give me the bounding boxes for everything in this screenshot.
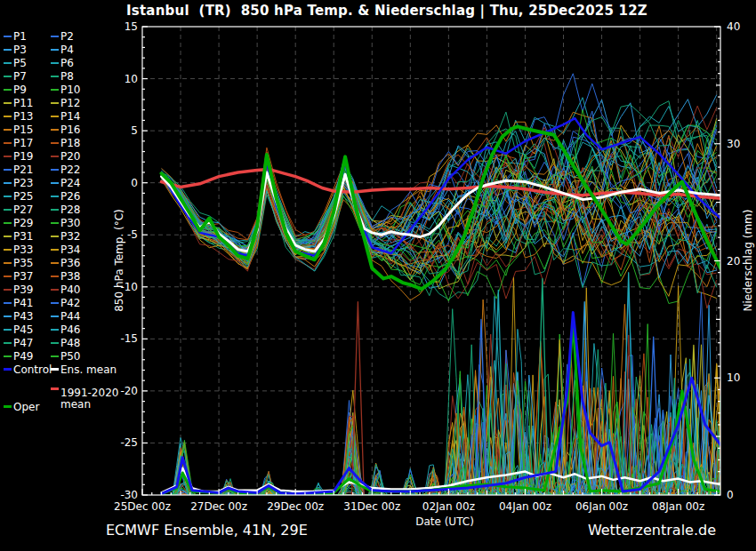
svg-text:-25: -25 [120, 436, 138, 449]
legend-item: P45 [4, 323, 34, 335]
legend-item-label: P40 [60, 283, 81, 296]
svg-text:15: 15 [125, 20, 138, 33]
legend-swatch-line [4, 89, 12, 91]
legend-swatch-line [51, 142, 59, 144]
legend-item: P11 [4, 97, 34, 108]
legend-swatch-line [4, 329, 12, 331]
legend-item-label: P19 [13, 150, 34, 163]
legend-item-label: P50 [60, 350, 81, 363]
legend-item: P30 [51, 217, 81, 228]
legend-item-label: P20 [60, 150, 81, 163]
legend-item: P7 [4, 70, 27, 82]
legend-swatch-line [51, 236, 59, 237]
y-axis-title-temp: 850 hPa Temp. (°C) [113, 209, 125, 312]
legend-item: P40 [51, 283, 81, 295]
legend-item: P13 [4, 110, 34, 122]
legend-item-label: P27 [13, 204, 34, 216]
legend-item: P29 [4, 217, 34, 228]
legend-item: P35 [4, 257, 34, 268]
legend-item: P20 [51, 150, 81, 162]
legend-item: P33 [4, 244, 34, 255]
legend-item-label: P33 [13, 244, 34, 256]
legend-swatch-line [51, 102, 59, 104]
legend-item-label: P6 [60, 57, 74, 69]
legend-item-label: P5 [13, 57, 27, 69]
weather-chart-page: Istanbul (TR) 850 hPa Temp. & Niederschl… [0, 0, 756, 551]
legend-item: P21 [4, 164, 34, 175]
legend-item-label: 1991-2020mean [60, 387, 118, 411]
legend-swatch-line [4, 315, 12, 317]
legend-swatch-line [4, 342, 12, 344]
legend-item-label: P9 [13, 84, 27, 96]
legend-item: P6 [51, 57, 74, 68]
legend-item-label: P30 [60, 217, 81, 229]
svg-text:20: 20 [727, 255, 740, 268]
legend-item: P4 [51, 44, 74, 55]
legend-swatch-line [51, 36, 59, 37]
legend-item-label: P42 [60, 297, 81, 309]
legend-swatch-line [51, 355, 59, 357]
legend-item-label: P24 [60, 177, 81, 189]
legend-item: P27 [4, 204, 34, 215]
legend-swatch-line [51, 62, 59, 64]
legend-swatch-line [4, 169, 12, 171]
legend-item: P28 [51, 204, 81, 215]
svg-text:02Jan 00z: 02Jan 00z [422, 500, 475, 513]
legend-item-label: P48 [60, 337, 81, 349]
legend-swatch-line [4, 156, 12, 157]
legend-swatch-line [4, 116, 12, 117]
legend-item: P25 [4, 190, 34, 202]
legend-swatch-line [4, 102, 12, 104]
legend-item: P5 [4, 57, 27, 68]
legend-item: P47 [4, 337, 34, 348]
legend-item-label: P18 [60, 137, 81, 149]
svg-text:31Dec 00z: 31Dec 00z [343, 500, 400, 513]
legend-swatch-line [4, 276, 12, 277]
legend-item: P31 [4, 230, 34, 242]
svg-text:0: 0 [727, 489, 734, 501]
legend-item-label: P12 [60, 97, 81, 109]
legend-item-label: P2 [60, 30, 74, 43]
legend-swatch-line [51, 169, 59, 171]
svg-text:-20: -20 [120, 385, 138, 397]
legend-item: P10 [51, 84, 81, 95]
legend-item: P37 [4, 270, 34, 282]
legend-item: P16 [51, 124, 81, 135]
legend-item: P2 [51, 30, 74, 42]
legend-item: P19 [4, 150, 34, 162]
legend-swatch-line [51, 276, 59, 277]
legend-item-label: P39 [13, 283, 34, 296]
legend-swatch-line [4, 209, 12, 211]
legend-item-label: P36 [60, 257, 81, 269]
legend-item-label: P25 [13, 190, 34, 203]
legend-swatch-line [51, 156, 59, 157]
svg-text:08Jan 00z: 08Jan 00z [652, 500, 704, 513]
legend-item-label: P46 [60, 323, 81, 336]
legend-item: Oper [4, 401, 39, 412]
legend-swatch-line [4, 236, 12, 237]
legend-item: P26 [51, 190, 81, 202]
svg-text:40: 40 [727, 20, 740, 33]
legend-swatch-line [4, 36, 12, 37]
legend-swatch-line [4, 249, 12, 251]
legend-swatch-line [4, 49, 12, 51]
precip-tick-labels: 403020100 [727, 20, 740, 501]
svg-text:-30: -30 [120, 489, 138, 501]
legend-item-label: P41 [13, 297, 34, 309]
legend-item: P9 [4, 84, 27, 95]
legend-item-label: P44 [60, 310, 81, 323]
legend-item-label: P17 [13, 137, 34, 149]
svg-text:-5: -5 [127, 228, 138, 241]
svg-text:25Dec 00z: 25Dec 00z [114, 500, 171, 513]
legend-item-label: P8 [60, 70, 74, 83]
svg-text:04Jan 00z: 04Jan 00z [499, 500, 551, 513]
svg-text:10: 10 [125, 73, 138, 85]
legend-item-label: P22 [60, 164, 81, 176]
legend-item-label: P21 [13, 164, 34, 176]
legend-item: P44 [51, 310, 81, 322]
footer-brand: Wetterzentrale.de [588, 522, 716, 539]
legend-item-label: P29 [13, 217, 34, 229]
legend-item: P1 [4, 30, 27, 42]
ensemble-member-lines-precip [162, 277, 721, 495]
legend-item-label: P35 [13, 257, 34, 269]
